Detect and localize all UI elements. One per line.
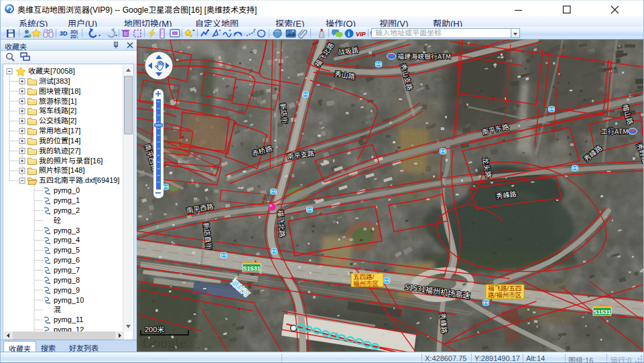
svg-text:福建海峡银行ATM: 福建海峡银行ATM — [397, 51, 451, 61]
svg-text:+: + — [207, 28, 210, 33]
svg-text:+: + — [292, 29, 294, 33]
svg-text:秀峰路: 秀峰路 — [438, 313, 450, 334]
svg-text:战坂路: 战坂路 — [338, 44, 359, 56]
svg-text:2D↓: 2D↓ — [70, 34, 78, 39]
svg-text:+: + — [218, 28, 221, 33]
svg-text:+: + — [279, 28, 281, 33]
svg-text:+: + — [192, 28, 195, 33]
svg-text:i: i — [348, 30, 350, 38]
svg-text:福飞北路: 福飞北路 — [276, 210, 288, 238]
svg-text:+: + — [229, 28, 231, 33]
svg-text:200米: 200米 — [145, 325, 164, 334]
svg-text:福州市区: 福州市区 — [353, 280, 379, 287]
svg-text:VIP: VIP — [356, 31, 367, 38]
svg-text:S1531: S1531 — [593, 309, 610, 315]
svg-text:S1531: S1531 — [243, 265, 260, 272]
svg-text:工行ATM: 工行ATM — [601, 126, 629, 136]
svg-text:3D: 3D — [60, 30, 68, 37]
svg-text:+: + — [253, 27, 256, 32]
svg-text:Google: Google — [143, 335, 186, 351]
svg-text:路/福州市区: 路/福州市区 — [488, 291, 522, 299]
